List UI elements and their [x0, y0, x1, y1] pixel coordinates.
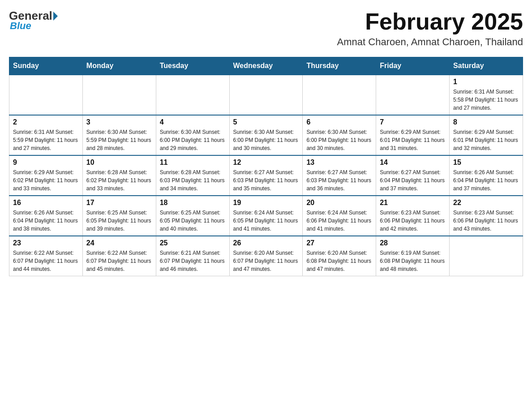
- page-header: General Blue February 2025 Amnat Charoen…: [9, 9, 523, 48]
- calendar-cell: 14Sunrise: 6:27 AM Sunset: 6:04 PM Dayli…: [376, 155, 450, 196]
- location-title: Amnat Charoen, Amnat Charoen, Thailand: [337, 36, 523, 48]
- calendar-cell: 19Sunrise: 6:24 AM Sunset: 6:05 PM Dayli…: [229, 196, 303, 236]
- calendar-week-2: 2Sunrise: 6:31 AM Sunset: 5:59 PM Daylig…: [9, 115, 523, 155]
- day-info: Sunrise: 6:27 AM Sunset: 6:04 PM Dayligh…: [380, 168, 446, 193]
- day-info: Sunrise: 6:23 AM Sunset: 6:06 PM Dayligh…: [453, 209, 519, 233]
- title-section: February 2025 Amnat Charoen, Amnat Charo…: [337, 9, 523, 48]
- calendar-cell: 22Sunrise: 6:23 AM Sunset: 6:06 PM Dayli…: [450, 196, 523, 236]
- day-number: 5: [233, 118, 299, 126]
- day-number: 18: [160, 199, 226, 207]
- calendar-header-saturday: Saturday: [450, 57, 523, 75]
- day-info: Sunrise: 6:24 AM Sunset: 6:05 PM Dayligh…: [233, 209, 299, 233]
- day-info: Sunrise: 6:27 AM Sunset: 6:03 PM Dayligh…: [306, 168, 372, 193]
- day-info: Sunrise: 6:30 AM Sunset: 6:00 PM Dayligh…: [306, 128, 372, 152]
- day-number: 6: [306, 118, 372, 126]
- day-info: Sunrise: 6:21 AM Sunset: 6:07 PM Dayligh…: [160, 249, 226, 273]
- calendar-cell: 7Sunrise: 6:29 AM Sunset: 6:01 PM Daylig…: [376, 115, 450, 155]
- day-info: Sunrise: 6:26 AM Sunset: 6:04 PM Dayligh…: [13, 209, 79, 233]
- calendar-table: SundayMondayTuesdayWednesdayThursdayFrid…: [9, 57, 523, 276]
- calendar-cell: 5Sunrise: 6:30 AM Sunset: 6:00 PM Daylig…: [229, 115, 303, 155]
- calendar-cell: [82, 75, 156, 115]
- day-number: 14: [380, 158, 446, 167]
- day-number: 17: [86, 199, 152, 207]
- day-info: Sunrise: 6:29 AM Sunset: 6:02 PM Dayligh…: [13, 168, 79, 193]
- calendar-week-4: 16Sunrise: 6:26 AM Sunset: 6:04 PM Dayli…: [9, 196, 523, 236]
- calendar-cell: [229, 75, 303, 115]
- day-number: 1: [453, 78, 519, 86]
- day-info: Sunrise: 6:31 AM Sunset: 5:58 PM Dayligh…: [453, 88, 519, 112]
- day-info: Sunrise: 6:26 AM Sunset: 6:04 PM Dayligh…: [453, 168, 519, 193]
- calendar-cell: 16Sunrise: 6:26 AM Sunset: 6:04 PM Dayli…: [9, 196, 83, 236]
- day-number: 3: [86, 118, 152, 126]
- calendar-cell: 10Sunrise: 6:28 AM Sunset: 6:02 PM Dayli…: [82, 155, 156, 196]
- day-number: 4: [160, 118, 226, 126]
- day-number: 2: [13, 118, 79, 126]
- calendar-header-monday: Monday: [82, 57, 156, 75]
- calendar-cell: 20Sunrise: 6:24 AM Sunset: 6:06 PM Dayli…: [303, 196, 376, 236]
- day-info: Sunrise: 6:30 AM Sunset: 5:59 PM Dayligh…: [86, 128, 152, 152]
- logo: General Blue: [9, 9, 59, 32]
- calendar-week-5: 23Sunrise: 6:22 AM Sunset: 6:07 PM Dayli…: [9, 236, 523, 276]
- day-info: Sunrise: 6:30 AM Sunset: 6:00 PM Dayligh…: [160, 128, 226, 152]
- day-info: Sunrise: 6:25 AM Sunset: 6:05 PM Dayligh…: [86, 209, 152, 233]
- day-info: Sunrise: 6:20 AM Sunset: 6:08 PM Dayligh…: [306, 249, 372, 273]
- day-number: 27: [306, 239, 372, 247]
- day-number: 16: [13, 199, 79, 207]
- calendar-cell: 3Sunrise: 6:30 AM Sunset: 5:59 PM Daylig…: [82, 115, 156, 155]
- calendar-header-row: SundayMondayTuesdayWednesdayThursdayFrid…: [9, 57, 523, 75]
- calendar-cell: 26Sunrise: 6:20 AM Sunset: 6:07 PM Dayli…: [229, 236, 303, 276]
- calendar-cell: 8Sunrise: 6:29 AM Sunset: 6:01 PM Daylig…: [450, 115, 523, 155]
- calendar-cell: 9Sunrise: 6:29 AM Sunset: 6:02 PM Daylig…: [9, 155, 83, 196]
- calendar-cell: 15Sunrise: 6:26 AM Sunset: 6:04 PM Dayli…: [450, 155, 523, 196]
- calendar-cell: [9, 75, 83, 115]
- day-info: Sunrise: 6:29 AM Sunset: 6:01 PM Dayligh…: [380, 128, 446, 152]
- day-number: 8: [453, 118, 519, 126]
- calendar-cell: 1Sunrise: 6:31 AM Sunset: 5:58 PM Daylig…: [450, 75, 523, 115]
- day-number: 23: [13, 239, 79, 247]
- calendar-cell: 27Sunrise: 6:20 AM Sunset: 6:08 PM Dayli…: [303, 236, 376, 276]
- logo-blue-text: Blue: [10, 20, 31, 32]
- calendar-cell: [450, 236, 523, 276]
- day-info: Sunrise: 6:28 AM Sunset: 6:02 PM Dayligh…: [86, 168, 152, 193]
- month-title: February 2025: [337, 9, 523, 34]
- calendar-cell: 24Sunrise: 6:22 AM Sunset: 6:07 PM Dayli…: [82, 236, 156, 276]
- day-info: Sunrise: 6:29 AM Sunset: 6:01 PM Dayligh…: [453, 128, 519, 152]
- day-number: 7: [380, 118, 446, 126]
- day-number: 11: [160, 158, 226, 167]
- day-info: Sunrise: 6:25 AM Sunset: 6:05 PM Dayligh…: [160, 209, 226, 233]
- day-number: 25: [160, 239, 226, 247]
- calendar-cell: [303, 75, 376, 115]
- calendar-cell: 12Sunrise: 6:27 AM Sunset: 6:03 PM Dayli…: [229, 155, 303, 196]
- day-info: Sunrise: 6:20 AM Sunset: 6:07 PM Dayligh…: [233, 249, 299, 273]
- day-info: Sunrise: 6:19 AM Sunset: 6:08 PM Dayligh…: [380, 249, 446, 273]
- calendar-cell: 21Sunrise: 6:23 AM Sunset: 6:06 PM Dayli…: [376, 196, 450, 236]
- day-info: Sunrise: 6:23 AM Sunset: 6:06 PM Dayligh…: [380, 209, 446, 233]
- calendar-cell: 2Sunrise: 6:31 AM Sunset: 5:59 PM Daylig…: [9, 115, 83, 155]
- day-number: 24: [86, 239, 152, 247]
- calendar-cell: 23Sunrise: 6:22 AM Sunset: 6:07 PM Dayli…: [9, 236, 83, 276]
- calendar-header-friday: Friday: [376, 57, 450, 75]
- day-number: 28: [380, 239, 446, 247]
- day-info: Sunrise: 6:31 AM Sunset: 5:59 PM Dayligh…: [13, 128, 79, 152]
- calendar-cell: 6Sunrise: 6:30 AM Sunset: 6:00 PM Daylig…: [303, 115, 376, 155]
- calendar-cell: [156, 75, 229, 115]
- day-number: 26: [233, 239, 299, 247]
- calendar-header-tuesday: Tuesday: [156, 57, 229, 75]
- day-number: 15: [453, 158, 519, 167]
- calendar-week-1: 1Sunrise: 6:31 AM Sunset: 5:58 PM Daylig…: [9, 75, 523, 115]
- calendar-cell: 11Sunrise: 6:28 AM Sunset: 6:03 PM Dayli…: [156, 155, 229, 196]
- day-number: 22: [453, 199, 519, 207]
- calendar-header-thursday: Thursday: [303, 57, 376, 75]
- day-number: 12: [233, 158, 299, 167]
- calendar-cell: 17Sunrise: 6:25 AM Sunset: 6:05 PM Dayli…: [82, 196, 156, 236]
- calendar-cell: 28Sunrise: 6:19 AM Sunset: 6:08 PM Dayli…: [376, 236, 450, 276]
- day-number: 9: [13, 158, 79, 167]
- day-info: Sunrise: 6:27 AM Sunset: 6:03 PM Dayligh…: [233, 168, 299, 193]
- day-number: 10: [86, 158, 152, 167]
- calendar-cell: 13Sunrise: 6:27 AM Sunset: 6:03 PM Dayli…: [303, 155, 376, 196]
- calendar-cell: 25Sunrise: 6:21 AM Sunset: 6:07 PM Dayli…: [156, 236, 229, 276]
- day-info: Sunrise: 6:22 AM Sunset: 6:07 PM Dayligh…: [86, 249, 152, 273]
- day-info: Sunrise: 6:24 AM Sunset: 6:06 PM Dayligh…: [306, 209, 372, 233]
- calendar-week-3: 9Sunrise: 6:29 AM Sunset: 6:02 PM Daylig…: [9, 155, 523, 196]
- calendar-cell: 18Sunrise: 6:25 AM Sunset: 6:05 PM Dayli…: [156, 196, 229, 236]
